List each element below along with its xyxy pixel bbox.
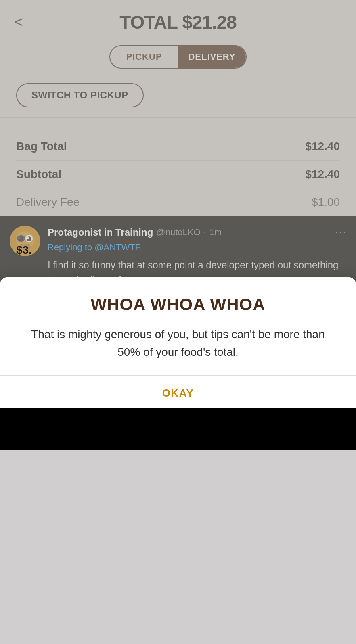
modal-body: That is mighty generous of you, but tips… [19, 326, 337, 361]
modal-dialog: WHOA WHOA WHOA That is mighty generous o… [0, 277, 356, 408]
modal-overlay: $3. WHOA WHOA WHOA That is mighty genero… [0, 0, 356, 408]
app-section: < TOTAL $21.28 PICKUP DELIVERY SWITCH TO… [0, 0, 356, 216]
partial-row-label: $3. [16, 244, 32, 257]
modal-okay-button[interactable]: OKAY [19, 376, 337, 408]
modal-title: WHOA WHOA WHOA [19, 295, 337, 314]
